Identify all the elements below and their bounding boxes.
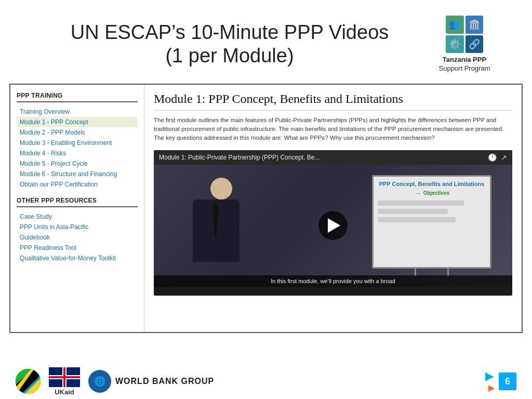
video-subtitle: In this first module, we’ll provide you … [154, 275, 512, 287]
main-content: Module 1: PPP Concept, Benefits and Limi… [144, 85, 522, 332]
sidebar-item-module6[interactable]: Module 6 - Structure and Financing [17, 169, 138, 179]
board-line-2 [378, 209, 448, 214]
video-container[interactable]: Module 1: Public-Private Partnership (PP… [154, 150, 512, 296]
worldbank-logo: 🌐 WORLD BANK GROUP [88, 370, 214, 393]
arrow-orange-icon: ▶ [488, 384, 495, 392]
share-icon: ↗ [501, 153, 507, 162]
video-frame: PPP Concept, Benefits and Limitations → … [154, 165, 512, 287]
page-title: UN ESCAP’s 10-Minute PPP Videos (1 per M… [31, 21, 428, 68]
presentation-board: PPP Concept, Benefits and Limitations → … [372, 175, 491, 269]
video-top-bar: Module 1: Public-Private Partnership (PP… [154, 150, 512, 165]
footer-logos: UKaid 🌐 WORLD BANK GROUP [16, 367, 214, 396]
logo-text: Tanzania PPP Support Program [439, 56, 490, 73]
board-line-1 [378, 201, 464, 206]
board-lines [378, 201, 486, 263]
ukaid-label: UKaid [55, 388, 74, 396]
header: UN ESCAP’s 10-Minute PPP Videos (1 per M… [0, 0, 532, 84]
ukaid-container: UKaid [49, 367, 80, 396]
sidebar-item-training-overview[interactable]: Training Overview [17, 107, 138, 117]
logo-grid: 👥 🏛️ ⚙️ 🔗 [446, 16, 483, 53]
worldbank-text: WORLD BANK GROUP [115, 377, 214, 386]
sidebar-item-ppp-units[interactable]: PPP Units in Asia-Pacific [17, 222, 138, 232]
video-title: Module 1: Public-Private Partnership (PP… [159, 154, 320, 161]
sidebar-section-ppp-training: PPP TRAINING [17, 92, 138, 102]
logo-container: 👥 🏛️ ⚙️ 🔗 Tanzania PPP Support Program [428, 16, 501, 73]
footer-right: ▶ ▶ 6 [485, 370, 516, 392]
title-line1: UN ESCAP’s 10-Minute PPP Videos [71, 21, 389, 43]
board-subtitle: → Objectives [414, 189, 450, 197]
logo-cell-4: 🔗 [466, 35, 484, 54]
sidebar-item-module1[interactable]: Module 1 - PPP Concept [17, 117, 138, 127]
footer: UKaid 🌐 WORLD BANK GROUP ▶ ▶ 6 [0, 364, 532, 399]
module-title: Module 1: PPP Concept, Benefits and Limi… [154, 92, 512, 111]
board-title: PPP Concept, Benefits and Limitations [379, 181, 485, 187]
sidebar-item-case-study[interactable]: Case Study [17, 211, 138, 222]
logo-cell-1: 👥 [446, 16, 464, 34]
video-icons: 🕐 ↗ [488, 153, 507, 162]
tanzania-flag-container [16, 369, 41, 394]
arrow-blue-icon: ▶ [485, 370, 495, 382]
logo-sub: Support Program [439, 64, 490, 72]
page-number: 6 [499, 373, 516, 390]
worldbank-icon: 🌐 [88, 370, 111, 393]
uk-flag [49, 367, 80, 387]
arrow-icon: → [414, 189, 421, 197]
play-triangle-icon [328, 218, 340, 233]
title-line2: (1 per Module) [165, 45, 294, 66]
logo-name: Tanzania PPP [443, 56, 486, 63]
logo-cell-3: ⚙️ [446, 35, 464, 54]
sidebar-section-other-resources: OTHER PPP RESOURCES [17, 197, 138, 207]
sidebar-item-readiness-tool[interactable]: PPP Readiness Tool [17, 243, 138, 253]
sidebar-item-module4[interactable]: Module 4 - Risks [17, 148, 138, 158]
person-head [210, 178, 232, 200]
play-button[interactable] [318, 211, 348, 240]
sidebar-item-module2[interactable]: Module 2 - PPP Models [17, 127, 138, 138]
logo-cell-2: 🏛️ [466, 16, 484, 34]
sidebar-item-module3[interactable]: Module 3 - Enabling Environment [17, 138, 138, 148]
sidebar-item-module5[interactable]: Module 5 - Project Cycle [17, 158, 138, 169]
person-body [193, 200, 240, 262]
person-figure [180, 178, 252, 271]
sidebar-item-certification[interactable]: Obtain our PPP Certification [17, 179, 138, 190]
tanzania-flag [16, 369, 41, 394]
person-tie [212, 202, 219, 238]
sidebar-item-vfm-toolkit[interactable]: Qualitative Value-for-Money Toolkit [17, 253, 138, 263]
board-line-3 [378, 217, 456, 222]
sidebar-item-guidebook[interactable]: Guidebook [17, 232, 138, 243]
uk-cross-vertical-red [63, 367, 65, 387]
content-box: PPP TRAINING Training Overview Module 1 … [9, 84, 523, 333]
module-description: The first module outlines the main featu… [154, 116, 512, 143]
board-subtitle-text: Objectives [423, 190, 450, 196]
sidebar: PPP TRAINING Training Overview Module 1 … [10, 85, 144, 332]
tanzania-flag-svg [16, 369, 41, 394]
clock-icon: 🕐 [488, 153, 497, 162]
arrow-group: ▶ ▶ [485, 370, 495, 392]
